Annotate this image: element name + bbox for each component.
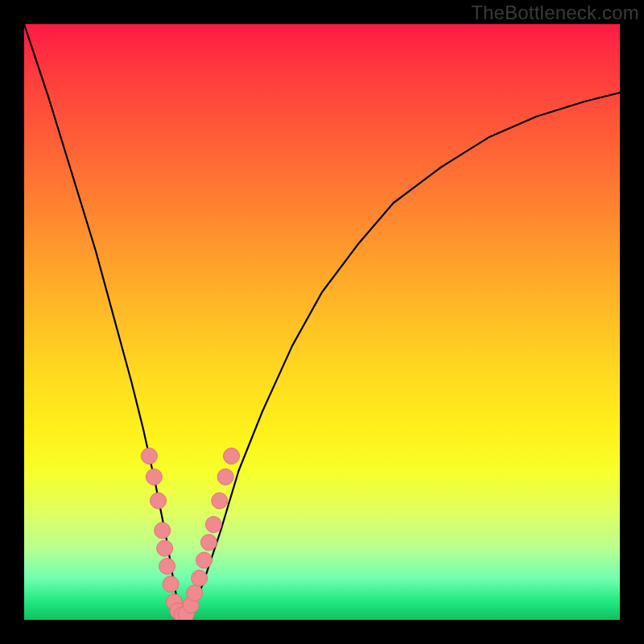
scatter-dot	[157, 540, 173, 556]
scatter-dot	[159, 558, 175, 574]
plot-area	[24, 24, 620, 620]
bottleneck-curve	[24, 24, 620, 617]
scatter-dot	[196, 552, 212, 568]
scatter-dot	[155, 522, 171, 539]
chart-svg	[24, 24, 620, 620]
watermark-label: TheBottleneck.com	[471, 2, 639, 24]
scatter-dot	[217, 469, 233, 485]
scatter-dot	[146, 469, 162, 485]
scatter-dot	[151, 493, 167, 509]
scatter-dot	[212, 493, 228, 509]
scatter-dot	[205, 517, 221, 533]
scatter-dot	[141, 448, 157, 464]
scatter-dot	[163, 576, 179, 592]
scatter-dot	[224, 448, 240, 464]
scatter-dot	[187, 585, 203, 601]
scatter-dot	[192, 570, 208, 586]
outer-frame: TheBottleneck.com	[0, 0, 644, 644]
scatter-dot	[200, 535, 217, 551]
scatter-dots	[141, 448, 239, 621]
